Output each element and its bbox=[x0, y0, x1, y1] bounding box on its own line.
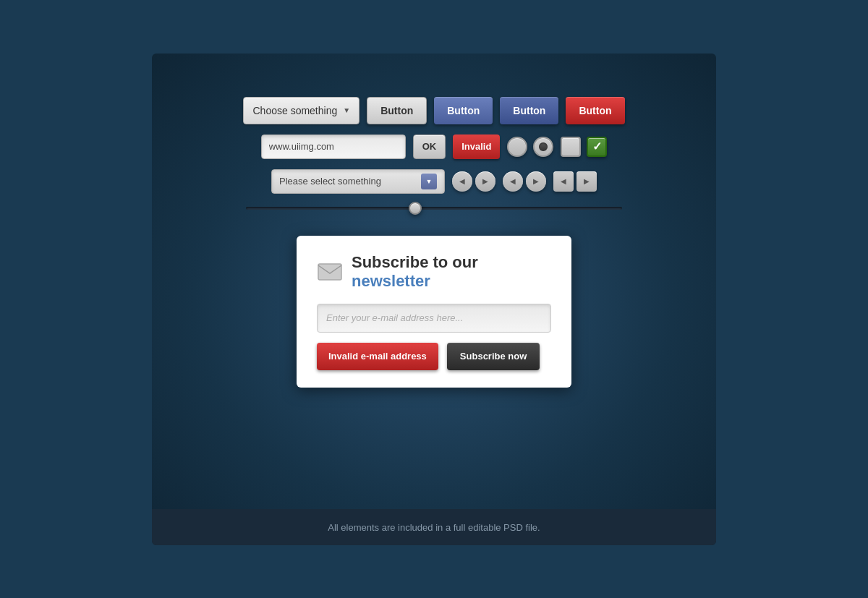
nav-arrows-square: ◀ ▶ bbox=[553, 171, 597, 192]
newsletter-title-highlight: newsletter bbox=[352, 272, 430, 290]
select-dropdown[interactable]: Please select something ▼ bbox=[271, 169, 445, 194]
newsletter-title-prefix: Subscribe to our bbox=[352, 253, 478, 271]
slider-track[interactable] bbox=[246, 207, 622, 210]
button-blue-dark[interactable]: Button bbox=[500, 97, 558, 124]
main-panel: Choose something ▼ Button Button Button … bbox=[152, 54, 716, 545]
radio-checked[interactable] bbox=[533, 137, 553, 157]
checkbox-checked[interactable] bbox=[587, 137, 607, 157]
row-select-arrows: Please select something ▼ ◀ ▶ ◀ ▶ ◀ ▶ bbox=[271, 169, 597, 194]
invalid-email-button[interactable]: Invalid e-mail address bbox=[317, 343, 438, 370]
row-input-controls: OK Invalid bbox=[261, 134, 608, 159]
footer-bar: All elements are included in a full edit… bbox=[152, 509, 716, 545]
button-gray[interactable]: Button bbox=[367, 97, 427, 124]
newsletter-title: Subscribe to our newsletter bbox=[352, 253, 551, 291]
ui-kit-section: Choose something ▼ Button Button Button … bbox=[174, 97, 694, 221]
newsletter-header: Subscribe to our newsletter bbox=[317, 253, 551, 291]
nav-arrows-circle: ◀ ▶ bbox=[503, 171, 546, 192]
nav-prev-square[interactable]: ◀ bbox=[553, 171, 574, 192]
svg-rect-0 bbox=[318, 264, 341, 280]
nav-next-circle[interactable]: ▶ bbox=[526, 171, 546, 192]
choose-dropdown[interactable]: Choose something ▼ bbox=[243, 97, 359, 124]
nav-next-flat[interactable]: ▶ bbox=[475, 171, 495, 192]
nav-prev-circle[interactable]: ◀ bbox=[503, 171, 523, 192]
email-input[interactable] bbox=[317, 304, 551, 333]
nav-next-square[interactable]: ▶ bbox=[576, 171, 597, 192]
invalid-button[interactable]: Invalid bbox=[453, 134, 500, 159]
radio-unchecked[interactable] bbox=[507, 137, 527, 157]
newsletter-actions: Invalid e-mail address Subscribe now bbox=[317, 343, 551, 370]
subscribe-button[interactable]: Subscribe now bbox=[447, 343, 540, 370]
nav-arrows-flat: ◀ ▶ bbox=[452, 171, 495, 192]
ok-button[interactable]: OK bbox=[413, 134, 446, 159]
newsletter-card: Subscribe to our newsletter Invalid e-ma… bbox=[297, 236, 571, 388]
dropdown-arrow-icon: ▼ bbox=[343, 106, 350, 114]
radio-group bbox=[507, 137, 553, 157]
button-red[interactable]: Button bbox=[566, 97, 624, 124]
button-blue-mid[interactable]: Button bbox=[434, 97, 493, 124]
mail-icon bbox=[317, 259, 343, 285]
slider-thumb[interactable] bbox=[409, 202, 422, 215]
checkbox-group bbox=[561, 137, 607, 157]
dropdown-label: Choose something bbox=[252, 105, 337, 116]
select-arrow-icon: ▼ bbox=[421, 174, 437, 189]
nav-prev-flat[interactable]: ◀ bbox=[452, 171, 472, 192]
select-label: Please select something bbox=[279, 176, 381, 187]
url-input[interactable] bbox=[261, 134, 406, 159]
checkbox-unchecked[interactable] bbox=[561, 137, 581, 157]
slider-row bbox=[246, 207, 622, 210]
footer-text: All elements are included in a full edit… bbox=[328, 522, 540, 533]
row-buttons: Choose something ▼ Button Button Button … bbox=[243, 97, 624, 124]
